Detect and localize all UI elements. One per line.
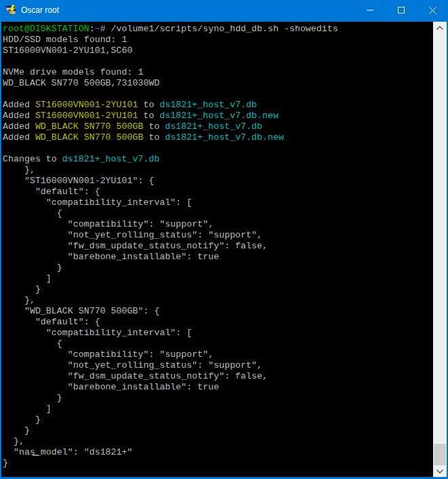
terminal-line: HDD/SSD models found: 1 (3, 35, 433, 45)
minimize-button[interactable] (354, 0, 386, 20)
terminal-line: ST16000VN001-2YU101,SC60 (3, 45, 433, 56)
scrollbar[interactable] (433, 22, 447, 477)
terminal-text-segment: { (3, 339, 62, 349)
terminal-text-segment: WD_BLACK SN770 500GB (35, 121, 144, 132)
terminal-line: "default": { (3, 317, 433, 328)
terminal-text-segment: to (143, 121, 165, 132)
terminal-line: }, (3, 295, 433, 306)
chevron-up-icon (436, 26, 443, 30)
terminal-text-segment: { (3, 208, 62, 218)
terminal-text-segment: "compatibility_interval": [ (3, 328, 192, 338)
terminal-line: "nas_model": "ds1821+" (3, 447, 433, 458)
terminal-line: "compatibility": "support", (3, 219, 433, 230)
terminal-line: ] (3, 404, 433, 415)
terminal-output[interactable]: root@DISKSTATION:~# /volume1/scripts/syn… (1, 22, 433, 477)
terminal-text-segment: Changes to (3, 154, 62, 164)
terminal-line (3, 56, 433, 67)
terminal-line (3, 89, 433, 100)
terminal-line: "compatibility_interval": [ (3, 328, 433, 339)
terminal-line: "fw_dsm_update_status_notify": false, (3, 371, 433, 382)
terminal-line: "not_yet_rolling_status": "support", (3, 360, 433, 371)
terminal-text-segment: ds1821+_host_v7.db (62, 154, 160, 164)
terminal-line: { (3, 208, 433, 219)
terminal-line: Added ST16000VN001-2YU101 to ds1821+_hos… (3, 100, 433, 111)
terminal-text-segment: } (3, 425, 30, 436)
scroll-down-button[interactable] (433, 465, 447, 477)
terminal-line: Added WD_BLACK SN770 500GB to ds1821+_ho… (3, 121, 433, 132)
terminal-window: Oscar root root@DISKSTATI (0, 0, 448, 479)
terminal-text-segment: WD_BLACK SN770 500GB,731030WD (3, 78, 159, 88)
terminal-line: } (3, 425, 433, 436)
terminal-text-segment: "WD_BLACK SN770 500GB": { (3, 306, 159, 316)
terminal-text-segment: "compatibility": "support", (3, 219, 213, 229)
cursor (33, 455, 39, 456)
terminal-text-segment: root@DISKSTATION (3, 24, 89, 34)
title-bar[interactable]: Oscar root (0, 0, 448, 20)
terminal-text-segment: "default": { (3, 187, 100, 197)
terminal-text-segment: "nas_model": "ds1821+" (3, 447, 133, 457)
terminal-line (3, 143, 433, 154)
terminal-text-segment: ~ (95, 24, 100, 34)
terminal-text-segment: HDD/SSD models found: 1 (3, 35, 127, 45)
scrollbar-thumb[interactable] (434, 444, 446, 465)
terminal-text-segment: WD_BLACK SN770 500GB (35, 132, 144, 142)
terminal-text-segment: }, (3, 436, 24, 446)
terminal-line: Changes to ds1821+_host_v7.db (3, 154, 433, 165)
terminal-text-segment: "compatibility": "support", (3, 349, 213, 360)
terminal-text-segment: ST16000VN001-2YU101 (35, 100, 138, 110)
terminal-text-segment: NVMe drive models found: 1 (3, 67, 143, 77)
terminal-text-segment: "not_yet_rolling_status": "support", (3, 360, 262, 370)
terminal-line: "barebone_installable": true (3, 252, 433, 263)
terminal-text-segment: ST16000VN001-2YU101,SC60 (3, 45, 133, 56)
scroll-up-button[interactable] (433, 22, 447, 33)
putty-terminal-icon[interactable] (5, 5, 16, 16)
terminal-text-segment: "barebone_installable": true (3, 382, 219, 392)
terminal-text-segment: ds1821+_host_v7.db.new (165, 132, 284, 142)
terminal-text-segment: "default": { (3, 317, 100, 327)
terminal-text-segment: Added (3, 121, 35, 132)
terminal-line: "fw_dsm_update_status_notify": false, (3, 241, 433, 252)
terminal-text-segment: }, (3, 295, 35, 305)
terminal-text-segment: } (3, 393, 62, 403)
terminal-text-segment: } (3, 458, 8, 468)
scrollbar-track[interactable] (433, 33, 447, 465)
terminal-text-segment: Added (3, 132, 35, 142)
terminal-text-segment: : (89, 24, 95, 34)
terminal-line: "barebone_installable": true (3, 382, 433, 393)
terminal-text-segment: ds1821+_host_v7.db (165, 121, 262, 132)
close-icon (429, 7, 436, 14)
terminal-text-segment: ds1821+_host_v7.db.new (159, 111, 279, 121)
window-title: Oscar root (21, 5, 59, 15)
terminal-text-segment: Added (3, 100, 35, 110)
terminal-text-segment: } (3, 284, 41, 294)
terminal-text-segment: } (3, 415, 41, 425)
terminal-line: "ST16000VN001-2YU101": { (3, 176, 433, 187)
minimize-icon (367, 7, 373, 14)
close-button[interactable] (417, 0, 448, 20)
terminal-line: "not_yet_rolling_status": "support", (3, 230, 433, 241)
terminal-line: } (3, 415, 433, 425)
terminal-line: "WD_BLACK SN770 500GB": { (3, 306, 433, 317)
terminal-line: } (3, 458, 433, 469)
terminal-line: NVMe drive models found: 1 (3, 67, 433, 78)
terminal-text-segment: to (143, 132, 165, 142)
terminal-line: "compatibility_interval": [ (3, 197, 433, 208)
terminal-line: "compatibility": "support", (3, 349, 433, 360)
terminal-text-segment: to (138, 100, 160, 110)
terminal-text-segment: }, (3, 165, 35, 175)
terminal-text-segment: ds1821+_host_v7.db (159, 100, 257, 110)
terminal-line: Added WD_BLACK SN770 500GB to ds1821+_ho… (3, 132, 433, 143)
terminal-text-segment: ] (3, 273, 52, 284)
terminal-text-segment: to (138, 111, 160, 121)
terminal-text-segment: "fw_dsm_update_status_notify": false, (3, 241, 268, 251)
terminal-line: root@DISKSTATION:~# /volume1/scripts/syn… (3, 24, 433, 35)
terminal-text-segment: } (3, 263, 62, 273)
terminal-text-segment: "ST16000VN001-2YU101": { (3, 176, 154, 186)
terminal-text-segment: # /volume1/scripts/syno_hdd_db.sh -showe… (100, 24, 338, 34)
terminal-line: ] (3, 273, 433, 284)
terminal-line: { (3, 339, 433, 349)
terminal-line: WD_BLACK SN770 500GB,731030WD (3, 78, 433, 89)
terminal-line: }, (3, 436, 433, 447)
maximize-button[interactable] (386, 0, 417, 20)
terminal-text-segment: ST16000VN001-2YU101 (35, 111, 138, 121)
